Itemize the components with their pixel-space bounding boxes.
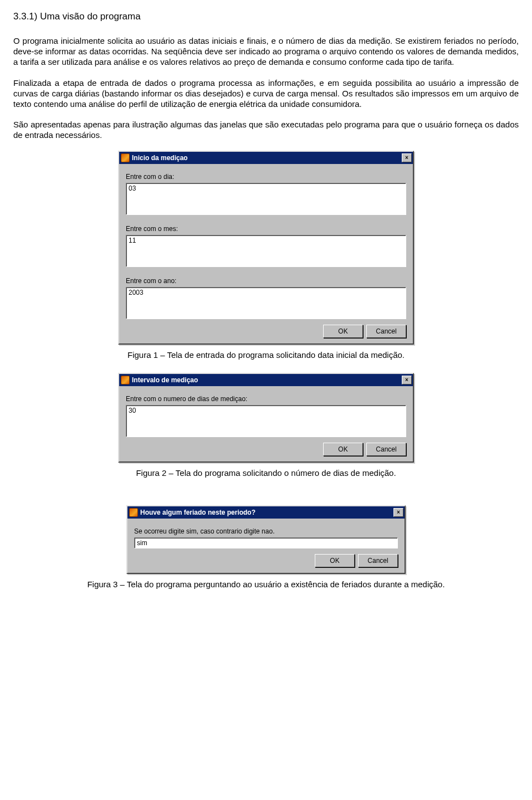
dialog-intervalo-medicao: Intervalo de mediçao × Entre com o numer… xyxy=(118,373,414,463)
figure-2-caption: Figura 2 – Tela do programa solicitando … xyxy=(13,468,519,478)
input-dia[interactable]: 03 xyxy=(126,183,406,215)
ok-button[interactable]: OK xyxy=(315,554,355,567)
paragraph-3: São apresentadas apenas para ilustração … xyxy=(13,119,519,140)
paragraph-2: Finalizada a etapa de entrada de dados o… xyxy=(13,78,519,110)
input-mes[interactable]: 11 xyxy=(126,235,406,267)
section-heading: 3.3.1) Uma visão do programa xyxy=(13,11,519,22)
close-icon[interactable]: × xyxy=(402,376,412,384)
titlebar[interactable]: Intervalo de mediçao × xyxy=(119,374,413,386)
dialog-title: Houve algum feriado neste periodo? xyxy=(140,509,392,516)
app-icon xyxy=(121,153,130,162)
cancel-button[interactable]: Cancel xyxy=(366,325,406,338)
input-feriado[interactable]: sim xyxy=(134,537,398,548)
ok-button[interactable]: OK xyxy=(323,325,363,338)
figure-3-caption: Figura 3 – Tela do programa perguntando … xyxy=(13,580,519,589)
ok-button[interactable]: OK xyxy=(323,443,363,456)
dialog-title: Inicio da mediçao xyxy=(132,154,401,162)
label-ano: Entre com o ano: xyxy=(126,277,406,285)
paragraph-1: O programa inicialmente solicita ao usuá… xyxy=(13,35,519,68)
figure-1-caption: Figura 1 – Tela de entrada do programa s… xyxy=(13,350,519,360)
label-dia: Entre com o dia: xyxy=(126,173,406,181)
close-icon[interactable]: × xyxy=(402,153,412,162)
input-num-dias[interactable]: 30 xyxy=(126,405,406,437)
close-icon[interactable]: × xyxy=(393,508,403,517)
dialog-inicio-medicao: Inicio da mediçao × Entre com o dia: 03 … xyxy=(118,151,414,345)
dialog-feriado: Houve algum feriado neste periodo? × Se … xyxy=(126,505,406,574)
titlebar[interactable]: Inicio da mediçao × xyxy=(119,152,413,164)
cancel-button[interactable]: Cancel xyxy=(366,443,406,456)
label-feriado: Se ocorreu digite sim, caso contrario di… xyxy=(134,527,398,535)
app-icon xyxy=(121,376,130,384)
app-icon xyxy=(129,508,138,517)
cancel-button[interactable]: Cancel xyxy=(358,554,398,567)
dialog-title: Intervalo de mediçao xyxy=(132,376,401,384)
input-ano[interactable]: 2003 xyxy=(126,287,406,319)
titlebar[interactable]: Houve algum feriado neste periodo? × xyxy=(127,506,405,519)
label-mes: Entre com o mes: xyxy=(126,225,406,233)
label-num-dias: Entre com o numero de dias de mediçao: xyxy=(126,395,406,403)
